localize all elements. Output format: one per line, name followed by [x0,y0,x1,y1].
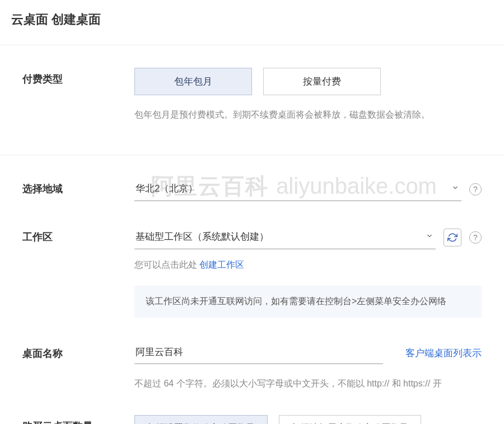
region-select[interactable]: 华北2（北京） [134,178,461,201]
create-workspace-link[interactable]: 创建工作区 [199,260,244,269]
billing-section: 付费类型 包年包月 按量付费 包年包月是预付费模式。到期不续费桌面将会被释放，磁… [0,45,504,145]
workspace-value: 基础型工作区（系统默认创建） [136,230,269,243]
refresh-icon [447,232,458,243]
desktop-name-label: 桌面名称 [22,342,134,360]
workspace-label: 工作区 [22,226,134,244]
chevron-down-icon [451,184,459,193]
page-title: 云桌面 创建桌面 [0,0,504,45]
region-help-icon[interactable]: ? [469,183,482,195]
config-section: 选择地域 华北2（北京） ? 工作区 基础型工作区（系统默认创建） [0,155,504,424]
desktop-name-hint: 不超过 64 个字符。必须以大小写字母或中文开头，不能以 http:// 和 h… [134,376,482,391]
client-list-link[interactable]: 客户端桌面列表示 [405,342,482,360]
billing-option-payg[interactable]: 按量付费 [263,68,381,95]
region-value: 华北2（北京） [136,182,198,195]
billing-option-subscription[interactable]: 包年包月 [134,68,252,95]
quantity-option-by-value[interactable]: 根据设置数值确定购买数量 [134,415,268,424]
desktop-name-input[interactable] [134,342,383,364]
workspace-notice: 该工作区尚未开通互联网访问，如有需要请在控制台>左侧菜单安全办公网络 [134,286,482,318]
chevron-down-icon [426,232,433,241]
workspace-select[interactable]: 基础型工作区（系统默认创建） [134,226,436,249]
quantity-option-by-users[interactable]: 根据选择用户数确定购买数量 [279,415,421,424]
billing-hint: 包年包月是预付费模式。到期不续费桌面将会被释放，磁盘数据会被清除。 [134,108,482,122]
billing-label: 付费类型 [22,68,134,86]
workspace-help-icon[interactable]: ? [469,231,482,244]
region-label: 选择地域 [22,178,134,195]
quantity-label: 购买云桌面数量 [22,415,134,424]
refresh-button[interactable] [444,229,461,246]
workspace-create-hint: 您可以点击此处 创建工作区 [134,259,482,271]
